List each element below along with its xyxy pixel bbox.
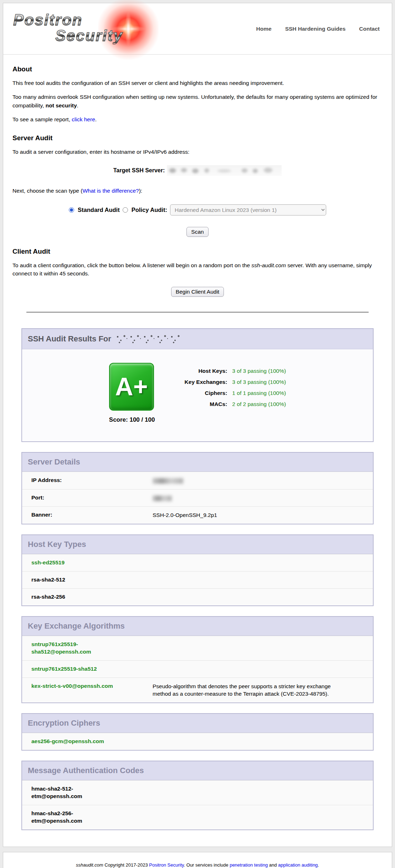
sample-report-link[interactable]: click here	[72, 116, 95, 122]
table-row: Banner: SSH-2.0-OpenSSH_9.2p1	[22, 506, 373, 524]
kex-strict-note: Pseudo-algorithm that denotes the peer s…	[153, 682, 373, 698]
scan-button[interactable]: Scan	[186, 227, 208, 237]
encryption-ciphers-heading: Encryption Ciphers	[22, 714, 373, 733]
server-audit-intro: To audit a server configuration, enter i…	[12, 148, 383, 156]
banner-value: SSH-2.0-OpenSSH_9.2p1	[153, 511, 373, 519]
client-audit-heading: Client Audit	[12, 248, 383, 255]
policy-select[interactable]: Hardened Amazon Linux 2023 (version 1)	[170, 204, 326, 215]
macs-heading: Message Authentication Codes	[22, 761, 373, 780]
table-row: rsa-sha2-256	[22, 588, 373, 605]
about-paragraph-2: Too many admins overlook SSH configurati…	[12, 93, 383, 110]
what-is-difference-link[interactable]: What is the difference?	[82, 188, 139, 194]
client-audit-intro: To audit a client configuration, click t…	[12, 261, 383, 278]
about-paragraph-1: This free tool audits the configuration …	[12, 79, 383, 87]
table-row: kex-strict-s-v00@openssh.com Pseudo-algo…	[22, 677, 373, 702]
nav-contact[interactable]: Contact	[359, 26, 380, 32]
positron-security-link[interactable]: Positron Security	[149, 862, 184, 868]
redacted-port	[153, 496, 172, 501]
key-exchange-heading: Key Exchange Algorithms	[22, 617, 373, 636]
score-text: Score: 100 / 100	[109, 416, 155, 423]
server-details-panel: Server Details IP Address: Port: Banner:…	[21, 452, 374, 524]
scan-type-options: Standard Audit Policy Audit: Hardened Am…	[12, 204, 383, 215]
results-body: A+ Score: 100 / 100 Host Keys: 3 of 3 pa…	[22, 349, 373, 441]
table-row: hmac-sha2-256-etm@openssh.com	[22, 805, 373, 829]
encryption-ciphers-panel: Encryption Ciphers aes256-gcm@openssh.co…	[21, 713, 374, 751]
scan-type-line: Next, choose the scan type (What is the …	[12, 187, 383, 195]
application-auditing-link[interactable]: application auditing	[278, 862, 318, 868]
stat-macs: MACs: 2 of 2 passing (100%)	[172, 401, 286, 407]
site-header: Positron Security Home SSH Hardening Gui…	[3, 3, 392, 55]
nav-ssh-hardening-guides[interactable]: SSH Hardening Guides	[285, 26, 346, 32]
redacted-hostname-blur	[167, 165, 282, 176]
results-stats: Host Keys: 3 of 3 passing (100%) Key Exc…	[172, 363, 286, 412]
begin-client-audit-button[interactable]: Begin Client Audit	[171, 287, 224, 297]
sshaudit-com-text: sshaudit.com	[76, 862, 103, 868]
policy-audit-label: Policy Audit:	[132, 207, 167, 213]
main-content-card: Positron Security Home SSH Hardening Gui…	[3, 3, 392, 847]
site-footer: sshaudit.com Copyright 2017-2023 Positro…	[3, 852, 392, 868]
stat-key-exchanges: Key Exchanges: 3 of 3 passing (100%)	[172, 379, 286, 385]
table-row: IP Address:	[22, 472, 373, 489]
logo-text: Positron Security	[13, 12, 123, 43]
about-paragraph-3: To see a sample report, click here.	[12, 115, 383, 123]
main-nav: Home SSH Hardening Guides Contact	[256, 26, 380, 32]
standard-audit-radio[interactable]	[69, 207, 74, 213]
results-panel: SSH Audit Results For A+ Score: 100 / 10…	[21, 328, 374, 442]
table-row: ssh-ed25519	[22, 554, 373, 571]
table-row: sntrup761x25519-sha512	[22, 660, 373, 677]
positron-security-logo[interactable]: Positron Security	[10, 7, 159, 50]
server-audit-heading: Server Audit	[12, 134, 383, 142]
penetration-testing-link[interactable]: penetration testing	[230, 862, 268, 868]
target-ssh-server-input[interactable]	[167, 165, 282, 176]
key-exchange-panel: Key Exchange Algorithms sntrup761x25519-…	[21, 616, 374, 703]
target-server-row: Target SSH Server:	[12, 165, 383, 176]
target-ssh-server-label: Target SSH Server:	[113, 167, 165, 174]
server-details-heading: Server Details	[22, 453, 373, 472]
stat-ciphers: Ciphers: 1 of 1 passing (100%)	[172, 390, 286, 396]
grade-badge: A+	[109, 363, 154, 411]
table-row: sntrup761x25519-sha512@openssh.com	[22, 636, 373, 660]
macs-panel: Message Authentication Codes hmac-sha2-5…	[21, 761, 374, 830]
policy-audit-radio[interactable]	[123, 207, 128, 213]
redacted-ip-address	[153, 478, 183, 484]
stat-host-keys: Host Keys: 3 of 3 passing (100%)	[172, 368, 286, 374]
results-panel-header: SSH Audit Results For	[22, 329, 373, 349]
redacted-hostname-scramble	[116, 334, 180, 344]
about-heading: About	[12, 65, 383, 73]
host-key-types-heading: Host Key Types	[22, 535, 373, 554]
nav-home[interactable]: Home	[256, 26, 272, 32]
table-row: rsa-sha2-512	[22, 571, 373, 588]
footer-line-1: sshaudit.com Copyright 2017-2023 Positro…	[3, 862, 392, 868]
logo-line-security: Security	[55, 28, 123, 43]
ssh-audit-com-italic: ssh-audit.com	[251, 262, 286, 268]
standard-audit-label: Standard Audit	[78, 207, 120, 213]
table-row: aes256-gcm@openssh.com	[22, 733, 373, 750]
section-divider	[26, 312, 369, 313]
table-row: hmac-sha2-512-etm@openssh.com	[22, 780, 373, 805]
not-security-emphasis: not security	[46, 102, 77, 108]
logo-line-positron: Positron	[13, 12, 123, 27]
host-key-types-panel: Host Key Types ssh-ed25519 rsa-sha2-512 …	[21, 534, 374, 606]
table-row: Port:	[22, 489, 373, 507]
